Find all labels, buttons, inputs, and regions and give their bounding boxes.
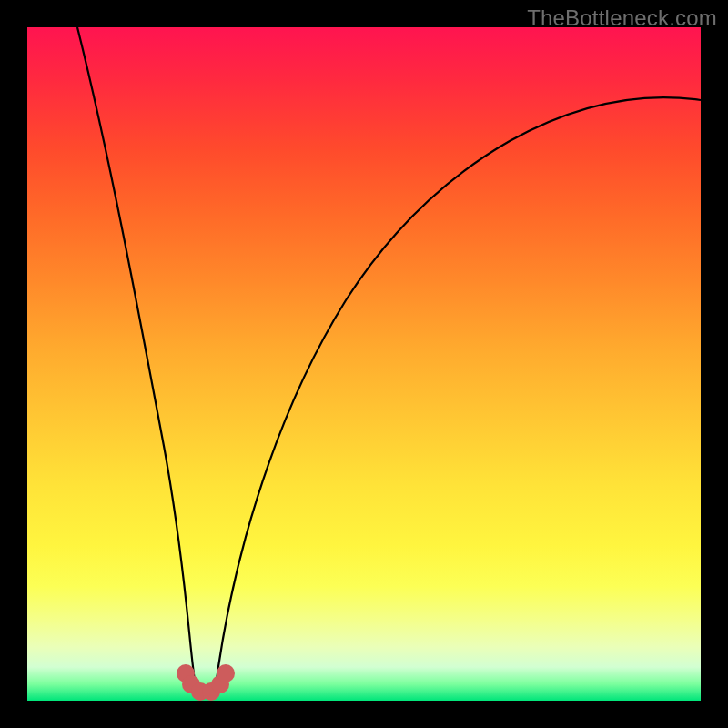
bottleneck-curve (27, 27, 701, 701)
chart-frame: TheBottleneck.com (0, 0, 728, 728)
plot-area (27, 27, 701, 701)
curve-right-branch (215, 97, 701, 693)
curve-left-branch (77, 27, 197, 693)
